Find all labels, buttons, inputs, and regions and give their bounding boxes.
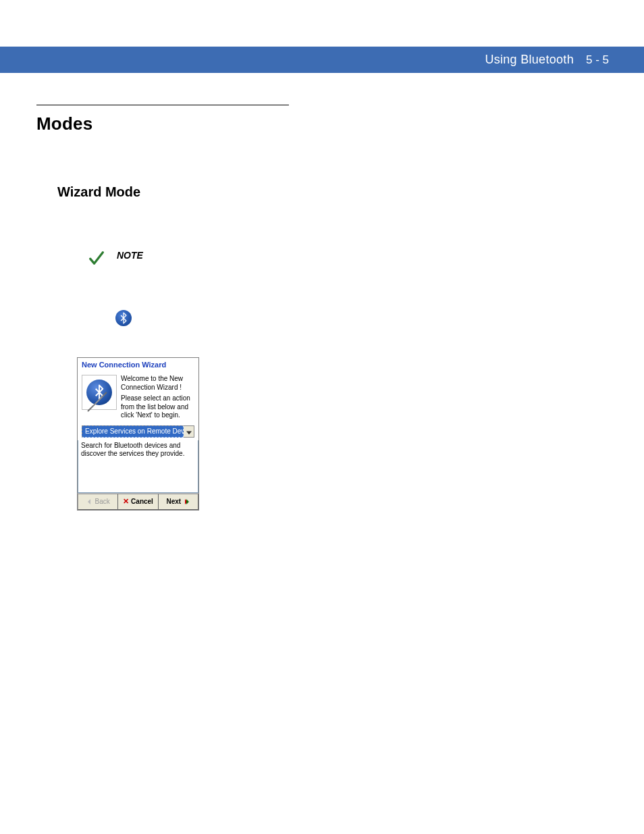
dropdown-button[interactable] <box>184 425 194 438</box>
new-connection-wizard-dialog: New Connection Wizard Welcome to the New… <box>77 357 199 511</box>
wizard-body: Welcome to the New Connection Wizard ! P… <box>78 371 198 440</box>
header-title: Using Bluetooth <box>485 53 574 67</box>
next-label: Next <box>166 498 181 505</box>
x-icon: ✕ <box>123 497 129 506</box>
wizard-welcome: Welcome to the New Connection Wizard ! <box>121 375 194 392</box>
section-title: Modes <box>36 113 92 134</box>
cancel-button[interactable]: ✕ Cancel <box>118 494 158 510</box>
wizard-title: New Connection Wizard <box>78 358 198 371</box>
wizard-description: Search for Bluetooth devices and discove… <box>78 440 198 493</box>
wizard-button-bar: Back ✕ Cancel Next <box>78 493 198 510</box>
bluetooth-logo-icon <box>86 380 112 405</box>
header-page-number: 5 - 5 <box>586 53 609 67</box>
cancel-label: Cancel <box>131 498 153 505</box>
note-label: NOTE <box>117 250 143 261</box>
wizard-action-select[interactable]: Explore Services on Remote Device <box>82 425 194 438</box>
checkmark-icon <box>87 249 106 267</box>
back-button[interactable]: Back <box>78 494 118 510</box>
page-header: Using Bluetooth 5 - 5 <box>0 47 644 73</box>
arrow-left-icon <box>86 498 93 505</box>
arrow-right-icon <box>183 498 190 505</box>
wizard-intro-text: Welcome to the New Connection Wizard ! P… <box>121 375 194 423</box>
chevron-down-icon <box>186 425 192 438</box>
wizard-logo <box>82 375 117 410</box>
subsection-title: Wizard Mode <box>57 184 140 200</box>
wizard-instruction: Please select an action from the list be… <box>121 394 194 420</box>
back-label: Back <box>95 498 110 505</box>
bluetooth-icon <box>115 310 132 326</box>
next-button[interactable]: Next <box>159 494 198 510</box>
wizard-select-value[interactable]: Explore Services on Remote Device <box>82 425 184 438</box>
section-rule <box>36 105 289 105</box>
